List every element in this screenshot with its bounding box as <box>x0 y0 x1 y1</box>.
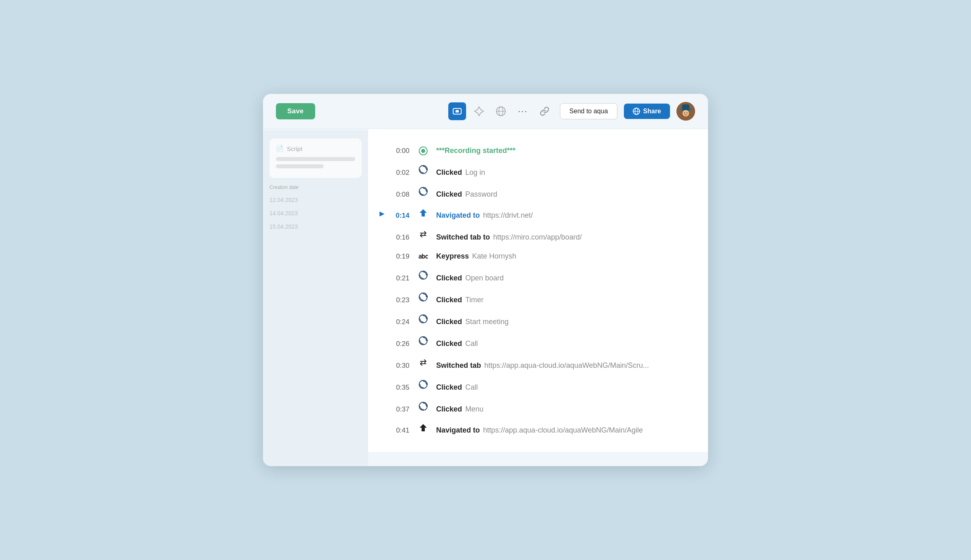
timeline-icon <box>416 164 430 175</box>
action-value: Open board <box>465 274 504 282</box>
more-options-button[interactable]: ··· <box>514 102 532 120</box>
timeline-entry[interactable]: 0:19abcKeypressKate Hornysh <box>388 247 688 266</box>
action-value: https://miro.com/app/board/ <box>493 233 582 241</box>
timeline-content: ClickedLog in <box>436 167 485 178</box>
svg-point-15 <box>419 187 427 195</box>
timeline-time: 0:19 <box>388 251 409 262</box>
more-dots-icon: ··· <box>518 106 528 117</box>
timeline-content: ClickedTimer <box>436 295 483 305</box>
sidebar-placeholder-bar-1 <box>276 157 355 161</box>
switch-tab-icon <box>418 357 428 368</box>
timeline-entry[interactable]: 0:02 ClickedLog in <box>388 160 688 182</box>
action-label: Switched tab <box>436 361 481 369</box>
timeline-entry[interactable]: ▶0:14 Navigated tohttps://drivt.net/ <box>388 204 688 225</box>
keypress-icon: abc <box>418 252 428 261</box>
timeline-content: ClickedCall <box>436 382 478 393</box>
app-window: Save <box>263 94 708 466</box>
timeline-icon <box>416 379 430 390</box>
navigate-icon <box>418 423 428 433</box>
svg-point-21 <box>419 380 427 388</box>
timeline-content: Switched tab tohttps://miro.com/app/boar… <box>436 232 582 243</box>
timeline-content: ClickedMenu <box>436 404 483 415</box>
click-icon <box>418 314 428 324</box>
timeline-entry[interactable]: 0:16 Switched tab tohttps://miro.com/app… <box>388 225 688 247</box>
timeline-entry[interactable]: 0:08 ClickedPassword <box>388 182 688 204</box>
timeline-entry[interactable]: 0:41 Navigated tohttps://app.aqua-cloud.… <box>388 419 688 440</box>
timeline-time: 0:16 <box>388 232 409 243</box>
action-label: Navigated to <box>436 426 480 434</box>
action-value: Log in <box>465 168 485 176</box>
sidebar: 📄 Script Creation date 12.04.2023 14.04.… <box>263 130 368 466</box>
svg-rect-1 <box>456 110 459 112</box>
timeline-entry[interactable]: 0:21 ClickedOpen board <box>388 266 688 288</box>
toolbar-icons: ··· <box>448 102 553 120</box>
timeline-entry[interactable]: 0:26 ClickedCall <box>388 331 688 353</box>
action-value: https://app.aqua-cloud.io/aquaWebNG/Main… <box>484 361 649 369</box>
sidebar-card-header: 📄 Script <box>276 145 355 152</box>
click-icon <box>418 186 428 197</box>
action-value: https://drivt.net/ <box>483 211 533 219</box>
timeline-icon <box>416 401 430 412</box>
main-content: 0:00***Recording started***0:02 ClickedL… <box>368 129 708 452</box>
svg-point-12 <box>684 112 685 113</box>
action-value: Menu <box>465 405 483 413</box>
globe-share-icon <box>633 108 640 115</box>
toolbar: Save <box>263 94 708 129</box>
timeline-content: ClickedCall <box>436 338 478 349</box>
active-arrow-icon: ▶ <box>379 209 384 218</box>
timeline-entry[interactable]: 0:24 ClickedStart meeting <box>388 310 688 331</box>
timeline-content: ***Recording started*** <box>436 145 515 156</box>
creation-date-label: Creation date <box>269 185 362 190</box>
recording-text: ***Recording started*** <box>436 146 515 155</box>
timeline-content: KeypressKate Hornysh <box>436 251 516 262</box>
action-label: Keypress <box>436 252 469 260</box>
link-icon-button[interactable] <box>536 102 553 120</box>
action-value: Call <box>465 383 478 391</box>
recording-dot-icon <box>419 146 428 155</box>
timeline-content: ClickedPassword <box>436 189 497 200</box>
action-label: Navigated to <box>436 211 480 219</box>
script-icon: 📄 <box>276 145 284 152</box>
user-avatar[interactable] <box>676 102 695 121</box>
timeline-content: ClickedOpen board <box>436 273 504 284</box>
action-value: Password <box>465 190 497 198</box>
timeline-icon <box>416 357 430 368</box>
timeline-entry[interactable]: 0:23 ClickedTimer <box>388 288 688 310</box>
svg-point-22 <box>419 402 427 410</box>
action-value: Kate Hornysh <box>472 252 516 260</box>
svg-point-14 <box>419 165 427 174</box>
timeline-entry[interactable]: 0:35 ClickedCall <box>388 375 688 397</box>
share-button[interactable]: Share <box>624 104 670 119</box>
timeline-time: 0:23 <box>388 295 409 305</box>
click-icon <box>418 379 428 390</box>
timeline-entry[interactable]: 0:37 ClickedMenu <box>388 397 688 419</box>
action-label: Clicked <box>436 405 462 413</box>
click-icon <box>418 292 428 302</box>
sidebar-placeholder-bar-2 <box>276 164 324 168</box>
sidebar-date-2: 14.04.2023 <box>269 207 362 220</box>
navigate-icon <box>418 208 428 218</box>
action-label: Clicked <box>436 190 462 198</box>
click-icon <box>418 164 428 175</box>
timeline-entry[interactable]: 0:00***Recording started*** <box>388 141 688 160</box>
action-value: Timer <box>465 296 483 304</box>
timeline-time: 0:30 <box>388 361 409 371</box>
click-icon <box>418 401 428 412</box>
sidebar-date-3: 15.04.2023 <box>269 220 362 233</box>
send-to-aqua-button[interactable]: Send to aqua <box>560 103 617 119</box>
globe-icon-button[interactable] <box>492 102 510 120</box>
timeline-icon <box>416 186 430 197</box>
click-icon <box>418 335 428 346</box>
screen-record-icon-button[interactable] <box>448 102 466 120</box>
svg-marker-16 <box>420 209 427 216</box>
timeline-entry[interactable]: 0:30 Switched tabhttps://app.aqua-cloud.… <box>388 353 688 375</box>
timeline-time: 0:24 <box>388 317 409 327</box>
action-label: Switched tab to <box>436 233 490 241</box>
sidebar-card: 📄 Script <box>269 138 362 178</box>
action-label: Clicked <box>436 168 462 176</box>
timeline-time: 0:37 <box>388 404 409 415</box>
timeline-time: 0:26 <box>388 339 409 349</box>
save-button[interactable]: Save <box>276 103 315 119</box>
switch-tab-icon <box>418 229 428 240</box>
ai-icon-button[interactable] <box>470 102 488 120</box>
